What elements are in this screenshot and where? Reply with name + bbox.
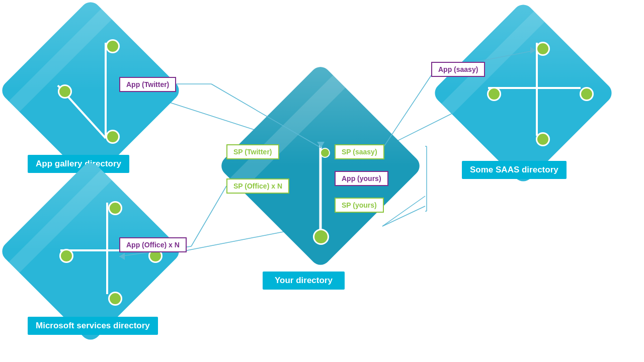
your-directory-label: Your directory (263, 272, 345, 290)
app-twitter-label: App (Twitter) (119, 77, 176, 92)
saas-node-right (580, 87, 594, 101)
saas-label: Some SAAS directory (462, 161, 567, 179)
saas-node-bottom (536, 132, 550, 146)
ms-node-left (59, 249, 73, 263)
sp-office-label: SP (Office) x N (226, 178, 289, 194)
saas-node-left (487, 87, 501, 101)
ms-node-top (108, 201, 122, 215)
app-yours-label: App (yours) (335, 171, 388, 186)
ag-node-top (106, 39, 120, 53)
ms-services-label: Microsoft services directory (28, 317, 158, 335)
ag-node-left (58, 84, 72, 99)
sp-twitter-label: SP (Twitter) (226, 144, 279, 159)
ag-node-bottom (106, 130, 120, 144)
yd-node-bottom (313, 229, 329, 245)
sp-twitter-node (320, 148, 330, 158)
svg-line-20 (191, 186, 226, 246)
ms-node-bottom (108, 292, 122, 306)
app-office-label: App (Office) x N (119, 237, 187, 252)
app-saasy-label: App (saasy) (431, 62, 485, 77)
sp-saasy-label: SP (saasy) (335, 144, 384, 159)
sp-yours-label: SP (yours) (335, 198, 384, 213)
saas-node-top (536, 42, 550, 56)
